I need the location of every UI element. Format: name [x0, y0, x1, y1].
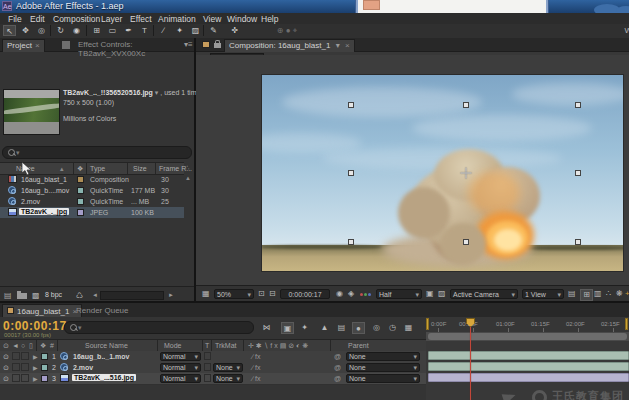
tab-timeline-comp[interactable]: 16aug_blast_1×: [2, 304, 82, 318]
layer-bar-1[interactable]: [428, 351, 629, 360]
rotation-tool-icon[interactable]: ↻: [54, 25, 67, 36]
blend-mode-dropdown[interactable]: Normal▾: [160, 352, 201, 361]
timeline-current-time[interactable]: 0:00:00:17: [3, 319, 67, 333]
graph-editor-icon[interactable]: ▦: [402, 322, 415, 334]
current-time-field[interactable]: 0:00:00:17: [280, 289, 330, 299]
clone-stamp-tool-icon[interactable]: ✦: [173, 25, 186, 36]
reset-exposure-icon[interactable]: ❋: [616, 289, 623, 299]
frame-blending-icon[interactable]: ▤: [335, 322, 348, 334]
transparency-grid-icon[interactable]: ▨: [438, 289, 446, 299]
workspace-selector[interactable]: Work: [624, 26, 629, 35]
column-mode[interactable]: Mode: [164, 342, 182, 349]
column-size[interactable]: Size: [133, 165, 147, 172]
project-search-input[interactable]: ▾: [2, 146, 192, 159]
tag-column-icon[interactable]: ❖: [77, 165, 83, 173]
draft-3d-icon[interactable]: ✦: [298, 322, 311, 334]
mask-visibility-icon[interactable]: ⊟: [269, 289, 276, 299]
chevron-down-icon[interactable]: ▾: [336, 41, 340, 50]
project-row-mov1[interactable]: 16aug_b....mov QuickTime 177 MB 30: [0, 185, 184, 196]
close-icon[interactable]: ×: [35, 41, 40, 50]
column-t[interactable]: T: [205, 342, 209, 349]
comp-navigator[interactable]: [426, 332, 629, 341]
label-swatch[interactable]: [41, 353, 48, 360]
hand-tool-icon[interactable]: ✥: [19, 25, 32, 36]
eye-icon[interactable]: ⊙: [3, 375, 9, 383]
comp-marker-bin-icon[interactable]: ⋈: [260, 322, 273, 334]
pick-whip-icon[interactable]: @: [334, 353, 341, 360]
video-column-icon[interactable]: ⊙: [3, 342, 9, 350]
menu-layer[interactable]: Layer: [101, 14, 122, 24]
camera-tool-icon[interactable]: ◉: [70, 25, 83, 36]
type-tool-icon[interactable]: T: [138, 25, 151, 36]
label-swatch[interactable]: [41, 364, 48, 371]
mini-flowchart-icon[interactable]: ▥: [594, 289, 602, 299]
live-update-icon[interactable]: ▣: [281, 322, 294, 334]
layer-anchor-point[interactable]: [461, 168, 472, 179]
tab-project[interactable]: Project×: [2, 39, 45, 52]
twirl-icon[interactable]: ▶: [33, 353, 38, 360]
tab-effect-controls[interactable]: Effect Controls: TB2avK_XVX00Xc: [78, 40, 182, 58]
channel-red-icon[interactable]: [360, 293, 363, 296]
menu-help[interactable]: Help: [261, 14, 278, 24]
scroll-left-icon[interactable]: ◄: [92, 292, 98, 298]
layer-bar-3[interactable]: [428, 373, 629, 382]
label-swatch[interactable]: [77, 187, 84, 194]
audio-column-icon[interactable]: ◄: [12, 342, 19, 349]
snapshot-icon[interactable]: ◉: [336, 289, 343, 299]
parent-dropdown[interactable]: None▾: [346, 352, 420, 361]
row-switches[interactable]: ∕ fx: [252, 364, 261, 371]
layer-handle-bottom-right[interactable]: [575, 239, 581, 245]
new-folder-icon[interactable]: [17, 293, 27, 299]
search-dropdown-icon[interactable]: ▾: [16, 149, 20, 157]
layer-handle-bottom-left[interactable]: [348, 239, 354, 245]
interpret-footage-icon[interactable]: ▤: [4, 291, 12, 300]
comp-button-icon[interactable]: ⊞: [580, 289, 593, 301]
safe-zones-icon[interactable]: ⊡: [258, 289, 265, 299]
label-swatch[interactable]: [41, 375, 48, 382]
shape-tool-icon[interactable]: ▭: [106, 25, 119, 36]
brush-tool-icon[interactable]: ∕: [157, 25, 170, 36]
region-of-interest-icon[interactable]: ▣: [426, 289, 434, 299]
pan-behind-tool-icon[interactable]: ⊞: [90, 25, 103, 36]
time-ruler[interactable]: 0:00F 00:15F 01:00F 01:15F 02:00F 02:15F: [426, 317, 629, 333]
color-depth-icon[interactable]: ▩: [32, 291, 40, 300]
project-row-mov2[interactable]: 2.mov QuickTime ... MB 25: [0, 196, 184, 207]
composition-image[interactable]: [262, 75, 623, 271]
roto-brush-tool-icon[interactable]: ✎: [207, 25, 220, 36]
label-column-icon[interactable]: ❖: [40, 342, 46, 350]
twirl-icon[interactable]: ▶: [33, 375, 38, 382]
layer-handle-bottom-center[interactable]: [463, 239, 469, 245]
tab-render-queue[interactable]: Render Queue: [76, 306, 128, 315]
brainstorm-icon[interactable]: ◎: [370, 322, 383, 334]
column-type[interactable]: Type: [90, 165, 105, 172]
blend-mode-dropdown[interactable]: Normal▾: [160, 374, 201, 383]
exposure-value[interactable]: +0: [625, 289, 629, 299]
menu-window[interactable]: Window: [227, 14, 257, 24]
blend-mode-dropdown[interactable]: Normal▾: [160, 363, 201, 372]
active-camera-dropdown[interactable]: Active Camera▾: [450, 289, 518, 299]
menu-effect[interactable]: Effect: [130, 14, 152, 24]
close-icon[interactable]: ×: [345, 41, 350, 50]
solo-column-icon[interactable]: ○: [21, 342, 25, 349]
layer-handle-top-left[interactable]: [348, 102, 354, 108]
tab-composition[interactable]: Composition: 16aug_blast_1 ▾ ×: [224, 39, 355, 52]
eye-icon[interactable]: ⊙: [3, 353, 9, 361]
menu-composition[interactable]: Composition: [53, 14, 100, 24]
navigator-start-handle[interactable]: [426, 318, 429, 330]
search-dropdown-icon[interactable]: ▾: [78, 324, 82, 332]
shy-layers-icon[interactable]: ▲: [318, 322, 331, 334]
navigator-end-handle[interactable]: [625, 318, 628, 330]
auto-keyframe-icon[interactable]: ◷: [386, 322, 399, 334]
label-swatch[interactable]: [77, 209, 84, 216]
scroll-right-icon[interactable]: ►: [168, 292, 174, 298]
row-switches[interactable]: ∕ fx: [252, 375, 261, 382]
layer-handle-mid-right[interactable]: [575, 170, 581, 176]
zoom-level-dropdown[interactable]: 50%▾: [214, 289, 254, 299]
layer-bar-2[interactable]: [428, 362, 629, 371]
menu-view[interactable]: View: [203, 14, 221, 24]
lock-icon[interactable]: [214, 43, 221, 48]
magnification-grid-icon[interactable]: ▦: [202, 289, 210, 299]
resolution-dropdown[interactable]: Half▾: [376, 289, 422, 299]
trash-icon[interactable]: ♺: [76, 291, 83, 300]
eye-icon[interactable]: ⊙: [3, 364, 9, 372]
